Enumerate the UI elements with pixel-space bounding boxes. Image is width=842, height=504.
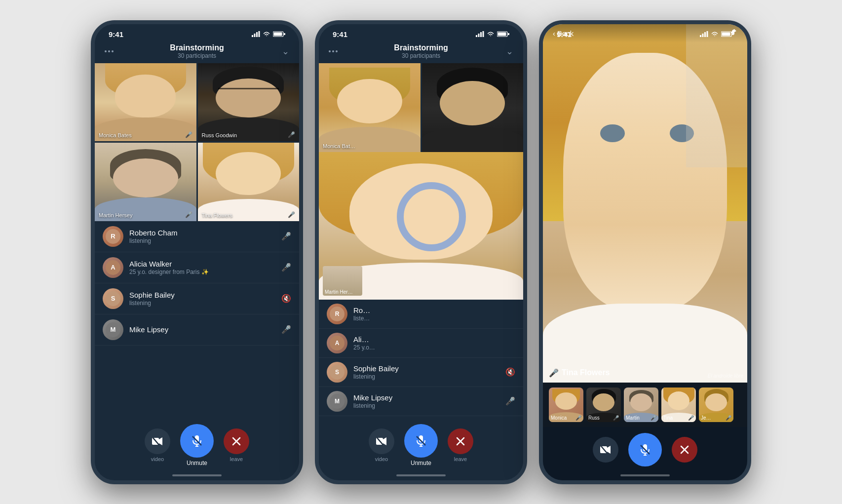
leave-icon-1 [224, 428, 249, 454]
participant-item-alicia-2[interactable]: A Ali… 25 y.o… [319, 329, 523, 358]
main-video-phone3[interactable]: ‹ Back 🎤 Tina Flowers El androide libre [543, 24, 747, 383]
chevron-down-icon-2[interactable]: ⌄ [506, 46, 513, 57]
participant-item-sophie-2[interactable]: S Sophie Bailey listening 🔇 [319, 358, 523, 387]
svg-rect-1 [254, 34, 256, 37]
thumbnail-strip-3: Monica 🎤 Russ 🎤 Martin 🎤 [543, 383, 747, 427]
svg-rect-2 [256, 32, 258, 37]
svg-rect-38 [732, 33, 733, 35]
participant-info-roberto-2: Ro… liste… [353, 306, 515, 322]
video-cell-martin[interactable]: Martin Hersey 🎤 [95, 143, 196, 221]
signal-icon-2 [476, 31, 484, 37]
home-indicator-3 [543, 470, 747, 480]
video-cell-monica-2[interactable]: Monica Bat… [319, 63, 421, 152]
participant-name-roberto-2: Ro… [353, 306, 515, 314]
leave-circle-3 [672, 437, 697, 463]
home-bar-2 [396, 474, 446, 476]
avatar-roberto: R [103, 226, 123, 247]
face-tina [198, 143, 300, 221]
participant-name-alicia: Alicia Walker [129, 260, 281, 268]
mute-circle-2 [404, 424, 438, 458]
thumb-tina[interactable]: Tina 🎤 [661, 388, 696, 422]
leave-button-3[interactable] [672, 437, 697, 463]
wifi-icon-3 [711, 31, 719, 37]
thumb-label-je: Je… [701, 415, 711, 421]
participant-name-sophie-2: Sophie Bailey [353, 364, 505, 373]
svg-rect-37 [722, 33, 730, 36]
svg-rect-16 [476, 35, 477, 37]
video-button-2[interactable]: video [369, 428, 394, 462]
participant-info-alicia-2: Ali… 25 y.o… [353, 335, 515, 351]
svg-rect-22 [508, 33, 509, 35]
battery-icon [273, 31, 285, 37]
participant-item-mike[interactable]: M Mike Lipsey 🎤 [95, 314, 299, 346]
participant-mic-sophie-muted: 🔇 [281, 294, 291, 303]
video-cell-monica[interactable]: Monica Bates 🎤 [95, 63, 196, 142]
svg-rect-35 [707, 31, 708, 37]
video-cell-russ[interactable]: Russ Goodwin 🎤 [198, 63, 300, 142]
home-indicator-1 [95, 470, 299, 480]
participant-info-sophie-2: Sophie Bailey listening [353, 364, 505, 380]
call-header-1: Brainstorming 30 participants ⌄ [95, 40, 299, 63]
wifi-icon [263, 31, 270, 37]
call-subtitle-1: 30 participants [170, 52, 224, 59]
avatar-sophie-2: S [327, 362, 347, 383]
video-cell-tina[interactable]: Tina Flowers 🎤 [198, 143, 300, 221]
signal-icon-3 [700, 31, 708, 37]
video-label-russ: Russ Goodwin [202, 132, 237, 138]
thumb-russ[interactable]: Russ 🎤 [586, 388, 621, 422]
more-button-1[interactable] [105, 50, 114, 52]
participant-mic-alicia: 🎤 [281, 263, 291, 272]
video-label-1: video [151, 456, 164, 462]
video-button-3[interactable] [593, 437, 618, 463]
thumb-label-russ: Russ [588, 415, 600, 421]
mute-button-2[interactable]: Unmute [404, 424, 438, 466]
svg-rect-17 [478, 34, 480, 37]
participant-status-alicia: 25 y.o. designer from Paris ✨ [129, 269, 281, 275]
mute-button-3[interactable] [628, 433, 662, 466]
thumb-martin[interactable]: Martin 🎤 [624, 388, 658, 422]
participant-item-roberto-2[interactable]: R Ro… liste… [319, 300, 523, 329]
participant-info-mike-2: Mike Lipsey listening [353, 393, 505, 409]
svg-rect-0 [252, 35, 253, 37]
face-monica [95, 63, 196, 142]
participant-status-roberto-2: liste… [353, 315, 515, 322]
controls-1: video Unmute leave [95, 416, 299, 470]
close-icon-leave-3 [679, 444, 690, 455]
leave-button-1[interactable]: leave [224, 428, 249, 462]
participant-mic-sophie-2: 🔇 [505, 367, 515, 377]
video-button-1[interactable]: video [145, 428, 170, 462]
thumb-label-tina: Tina [663, 415, 673, 421]
status-time-2: 9:41 [333, 30, 347, 39]
main-video-tina-2[interactable]: Martin Her… [319, 152, 523, 300]
participant-name-mike-2: Mike Lipsey [353, 393, 505, 402]
participant-name-mike: Mike Lipsey [129, 325, 281, 334]
participant-status-mike-2: listening [353, 402, 505, 409]
participant-item-mike-2[interactable]: M Mike Lipsey listening 🎤 [319, 387, 523, 416]
svg-marker-8 [159, 437, 162, 445]
svg-rect-19 [483, 31, 484, 37]
thumb-monica[interactable]: Monica 🎤 [549, 388, 583, 422]
participant-info-alicia: Alicia Walker 25 y.o. designer from Pari… [129, 260, 281, 275]
leave-button-2[interactable]: leave [448, 428, 473, 462]
mute-label-2: Unmute [411, 460, 431, 466]
video-mic-monica: 🎤 [185, 131, 192, 138]
close-icon-leave-2 [455, 436, 466, 447]
thumb-mic-russ: 🎤 [613, 415, 619, 421]
video-camera-icon-2 [376, 437, 387, 446]
chevron-down-icon-1[interactable]: ⌄ [282, 46, 289, 57]
more-button-2[interactable] [329, 50, 338, 52]
thumb-je[interactable]: Je… 🎤 [699, 388, 733, 422]
participant-name-roberto: Roberto Cham [129, 229, 281, 237]
participant-item-alicia[interactable]: A Alicia Walker 25 y.o. designer from Pa… [95, 252, 299, 283]
participant-item-sophie[interactable]: S Sophie Bailey listening 🔇 [95, 283, 299, 314]
call-title-2: Brainstorming [394, 43, 448, 52]
martin-pip[interactable]: Martin Her… [323, 266, 362, 296]
avatar-mike-2: M [327, 391, 347, 412]
video-label-monica-2: Monica Bat… [323, 143, 355, 149]
video-camera-icon-3 [600, 445, 611, 454]
participant-item-roberto[interactable]: R Roberto Cham listening 🎤 [95, 221, 299, 252]
leave-label-2: leave [454, 456, 467, 462]
mute-button-1[interactable]: Unmute [180, 424, 214, 466]
video-cell-russ-2[interactable] [422, 63, 524, 152]
svg-rect-32 [700, 35, 701, 37]
